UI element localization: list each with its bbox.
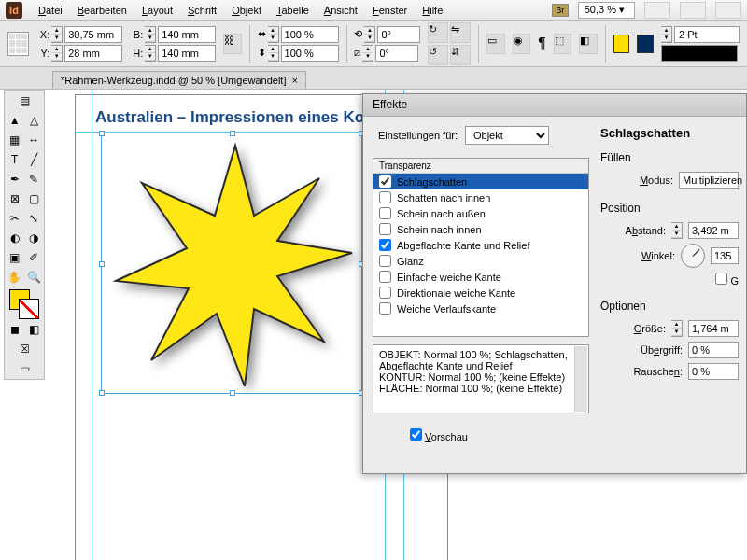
distance-spinner[interactable]: ▲▼	[671, 222, 683, 239]
rectangle-frame-tool[interactable]: ⊠	[6, 189, 24, 208]
page-tool[interactable]: ▦	[6, 131, 24, 149]
effect-row-5[interactable]: Glanz	[374, 253, 588, 269]
menu-schrift[interactable]: Schrift	[181, 2, 223, 19]
x-spinner[interactable]: ▲▼	[51, 26, 63, 43]
scale-x-field[interactable]: 100 %	[281, 26, 339, 43]
h-field[interactable]: 140 mm	[158, 45, 216, 62]
reference-point[interactable]	[7, 32, 29, 56]
handle-nw[interactable]	[99, 131, 105, 136]
menu-fenster[interactable]: Fenster	[366, 2, 414, 19]
hand-tool[interactable]: ✋	[6, 268, 24, 287]
shear-field[interactable]: 0°	[375, 45, 418, 62]
document-tab[interactable]: *Rahmen-Werkzeug.indd @ 50 % [Umgewandel…	[52, 71, 306, 89]
y-field[interactable]: 28 mm	[64, 45, 122, 62]
menu-layout[interactable]: Layout	[135, 2, 179, 19]
line-tool[interactable]: ╱	[25, 150, 44, 169]
gradient-feather-tool[interactable]: ◑	[25, 229, 44, 247]
menu-datei[interactable]: Datei	[32, 2, 69, 19]
stroke-weight-field[interactable]: 2 Pt	[674, 26, 740, 43]
scale-y-spinner[interactable]: ▲▼	[268, 45, 279, 62]
arrange-button[interactable]	[715, 2, 741, 19]
handle-n[interactable]	[230, 131, 235, 136]
apply-gradient[interactable]: ◧	[25, 320, 44, 339]
effect-row-4[interactable]: Abgeflachte Kante und Relief	[374, 237, 588, 253]
size-field[interactable]: 1,764 m	[688, 320, 739, 337]
apply-none[interactable]: ☒	[6, 340, 43, 358]
direct-selection-tool[interactable]: △	[25, 111, 44, 130]
free-transform-tool[interactable]: ⤡	[25, 209, 44, 228]
effect-checkbox[interactable]	[379, 223, 391, 235]
handle-s[interactable]	[230, 390, 235, 396]
flip-h-icon[interactable]: ⇋	[450, 22, 471, 43]
effect-checkbox[interactable]	[379, 287, 391, 299]
w-field[interactable]: 140 mm	[158, 26, 216, 43]
toolbox-grip[interactable]: ▤	[6, 91, 43, 110]
rot-spinner[interactable]: ▲▼	[364, 26, 375, 43]
view-options-button[interactable]	[644, 2, 670, 19]
summary-scrollbar[interactable]	[574, 346, 587, 412]
bridge-button[interactable]: Br	[552, 4, 569, 17]
effect-checkbox[interactable]	[379, 302, 391, 315]
effect-checkbox[interactable]	[379, 191, 391, 203]
preview-checkbox[interactable]: Vorschau	[410, 431, 468, 442]
shear-spinner[interactable]: ▲▼	[362, 45, 374, 62]
zoom-field[interactable]: 50,3 % ▾	[578, 2, 635, 19]
noise-field[interactable]: 0 %	[688, 363, 739, 380]
flip-v-icon[interactable]: ⇵	[450, 45, 471, 65]
menu-bearbeiten[interactable]: Bearbeiten	[71, 2, 134, 19]
effect-checkbox[interactable]	[379, 207, 391, 219]
pen-tool[interactable]: ✒	[6, 170, 24, 189]
close-icon[interactable]: ×	[291, 75, 297, 86]
w-spinner[interactable]: ▲▼	[145, 26, 156, 43]
selection-tool[interactable]: ▲	[6, 111, 24, 130]
global-light-checkbox[interactable]: G	[715, 273, 739, 287]
angle-field[interactable]: 135	[711, 247, 739, 264]
menu-hilfe[interactable]: Hilfe	[416, 2, 449, 19]
paragraph-icon[interactable]: ¶	[538, 35, 546, 52]
effect-row-8[interactable]: Weiche Verlaufskante	[374, 301, 588, 316]
effect-checkbox[interactable]	[379, 271, 391, 283]
effect-checkbox[interactable]	[379, 255, 391, 267]
effect-row-7[interactable]: Direktionale weiche Kante	[374, 285, 588, 301]
menu-objekt[interactable]: Objekt	[225, 2, 268, 19]
eyedropper-tool[interactable]: ✐	[25, 248, 44, 267]
view-mode[interactable]: ▭	[6, 359, 43, 378]
stroke-weight-spinner[interactable]: ▲▼	[661, 26, 672, 43]
fill-swatch[interactable]	[613, 35, 630, 53]
select-content-icon[interactable]: ◉	[513, 34, 530, 54]
dialog-title[interactable]: Effekte	[363, 94, 746, 117]
type-tool[interactable]: T	[6, 150, 24, 169]
scale-x-spinner[interactable]: ▲▼	[268, 26, 279, 43]
apply-color[interactable]: ◼	[6, 320, 24, 339]
stroke-style[interactable]	[661, 45, 738, 62]
y-spinner[interactable]: ▲▼	[51, 45, 63, 62]
zoom-tool[interactable]: 🔍	[25, 268, 44, 287]
mode-field[interactable]: Multiplizieren	[679, 172, 739, 189]
effect-row-3[interactable]: Schein nach innen	[374, 221, 588, 237]
text-wrap-icon[interactable]: ⬚	[554, 34, 571, 54]
rotate-cw-icon[interactable]: ↻	[428, 22, 448, 43]
menu-tabelle[interactable]: Tabelle	[270, 2, 316, 19]
rotation-field[interactable]: 0°	[377, 26, 420, 43]
rotate-ccw-icon[interactable]: ↺	[428, 45, 448, 65]
fill-stroke-swatch[interactable]	[6, 287, 43, 319]
settings-for-select[interactable]: Objekt	[465, 126, 549, 145]
pencil-tool[interactable]: ✎	[25, 170, 44, 189]
note-tool[interactable]: ▣	[6, 248, 24, 267]
x-field[interactable]: 30,75 mm	[64, 26, 122, 43]
screen-mode-button[interactable]	[680, 2, 706, 19]
effect-checkbox[interactable]	[379, 239, 391, 251]
scissors-tool[interactable]: ✂	[6, 209, 24, 228]
effect-row-1[interactable]: Schatten nach innen	[374, 189, 588, 205]
gap-tool[interactable]: ↔	[25, 131, 44, 149]
stroke-swatch[interactable]	[637, 35, 654, 53]
spread-field[interactable]: 0 %	[688, 342, 739, 358]
effect-row-0[interactable]: Schlagschatten	[374, 174, 588, 189]
angle-dial[interactable]	[681, 244, 705, 268]
size-spinner[interactable]: ▲▼	[671, 320, 683, 337]
effect-row-6[interactable]: Einfache weiche Kante	[374, 269, 588, 285]
effect-row-2[interactable]: Schein nach außen	[374, 205, 588, 221]
menu-ansicht[interactable]: Ansicht	[317, 2, 364, 19]
rectangle-tool[interactable]: ▢	[25, 189, 44, 208]
scale-y-field[interactable]: 100 %	[281, 45, 339, 62]
